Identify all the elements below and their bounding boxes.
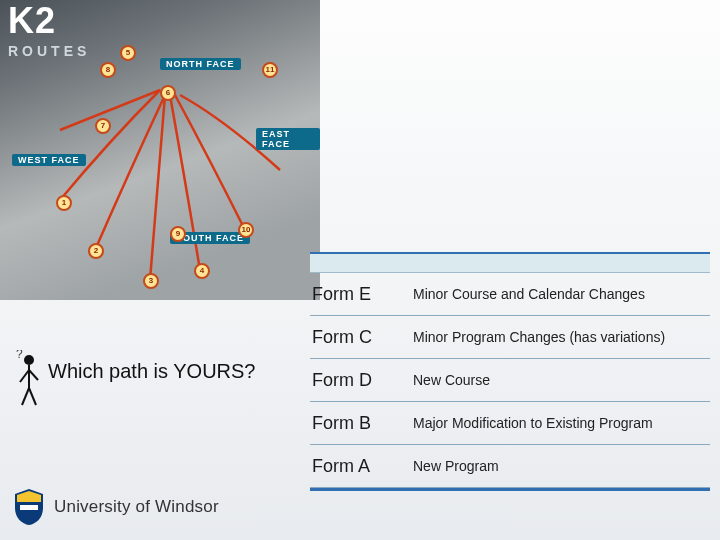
form-desc: New Program <box>407 458 710 474</box>
footer: University of Windsor <box>14 488 219 526</box>
question-text: Which path is YOURS? <box>48 360 256 383</box>
route-marker: 3 <box>143 273 159 289</box>
route-marker: 1 <box>56 195 72 211</box>
form-code: Form B <box>310 413 407 434</box>
route-marker: 11 <box>262 62 278 78</box>
form-code: Form D <box>310 370 407 391</box>
svg-line-4 <box>22 388 29 405</box>
route-marker: 9 <box>170 226 186 242</box>
table-row: Form D New Course <box>310 359 710 402</box>
table-row: Form B Major Modification to Existing Pr… <box>310 402 710 445</box>
table-row: Form E Minor Course and Calendar Changes <box>310 273 710 316</box>
svg-text:?: ? <box>16 350 23 361</box>
route-marker: 7 <box>95 118 111 134</box>
k2-routes-map: K2 ROUTES NORTH FACE WEST FACE EAST FACE… <box>0 0 320 300</box>
route-marker: 2 <box>88 243 104 259</box>
route-marker: 6 <box>160 85 176 101</box>
label-east-face: EAST FACE <box>256 128 320 150</box>
thinking-person-icon: ? <box>14 350 44 410</box>
route-marker: 5 <box>120 45 136 61</box>
form-code: Form A <box>310 456 407 477</box>
university-shield-icon <box>14 488 44 526</box>
label-north-face: NORTH FACE <box>160 58 241 70</box>
form-code: Form C <box>310 327 407 348</box>
form-desc: Minor Course and Calendar Changes <box>407 286 710 302</box>
table-row: Form C Minor Program Changes (has variat… <box>310 316 710 359</box>
forms-table: Form E Minor Course and Calendar Changes… <box>310 252 710 491</box>
form-desc: Minor Program Changes (has variations) <box>407 329 710 345</box>
routes-svg <box>0 0 320 300</box>
svg-line-5 <box>29 388 36 405</box>
form-desc: New Course <box>407 372 710 388</box>
route-marker: 8 <box>100 62 116 78</box>
route-marker: 10 <box>238 222 254 238</box>
university-name: University of Windsor <box>54 497 219 517</box>
form-desc: Major Modification to Existing Program <box>407 415 710 431</box>
form-code: Form E <box>310 284 407 305</box>
table-row: Form A New Program <box>310 445 710 488</box>
svg-line-3 <box>29 370 38 380</box>
svg-point-0 <box>24 355 34 365</box>
table-bottom-rule <box>310 488 710 491</box>
route-marker: 4 <box>194 263 210 279</box>
svg-line-2 <box>20 370 29 382</box>
forms-table-header <box>310 254 710 273</box>
label-west-face: WEST FACE <box>12 154 86 166</box>
